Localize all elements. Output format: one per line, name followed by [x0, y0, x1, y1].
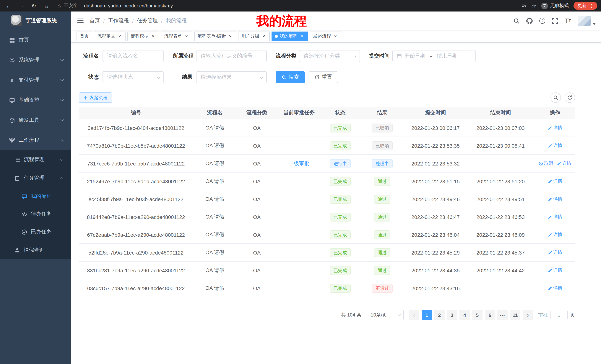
cell-status: 进行中 [321, 159, 360, 168]
action-detail[interactable]: 详情 [548, 285, 562, 291]
calendar-icon [397, 53, 402, 59]
tab-item-6[interactable]: 我的流程× [271, 31, 308, 41]
sidebar-item-leave-query[interactable]: 请假查询 [0, 241, 71, 259]
action-detail[interactable]: 详情 [548, 267, 562, 273]
sidebar-item-task-management[interactable]: 任务管理 [0, 169, 71, 187]
page-button-2[interactable]: 2 [434, 310, 445, 320]
page-button-6[interactable]: 6 [485, 310, 495, 320]
process-name-input[interactable]: 请输入流程名 [102, 50, 164, 62]
tab-close-icon[interactable]: × [184, 34, 189, 39]
cell-process-name: OA 请假 [193, 142, 237, 149]
action-detail[interactable]: 详情 [548, 178, 562, 184]
tab-close-icon[interactable]: × [228, 34, 233, 39]
tab-item-3[interactable]: 流程表单× [161, 31, 192, 41]
top-navbar: 首页 / 工作流程 / 任务管理 / 我的流程 ? TT [71, 11, 601, 30]
date-range-picker[interactable]: 开始日期 - 结束日期 [392, 50, 476, 62]
page-button-3[interactable]: 3 [447, 310, 457, 320]
action-detail[interactable]: 详情 [548, 249, 562, 256]
page-button-1[interactable]: 1 [421, 310, 432, 320]
sidebar-item-system[interactable]: 系统管理 [0, 50, 71, 70]
breadcrumb-item[interactable]: 工作流程 [108, 18, 129, 24]
action-detail[interactable]: 详情 [548, 125, 562, 131]
goto-page-input[interactable]: 1 [551, 310, 568, 320]
address-bar[interactable]: ⚠ 不安全 | dashboard.yudao.iocoder.cn/bpm/t… [57, 3, 173, 9]
table-toolbar: 发起流程 [79, 92, 575, 103]
breadcrumb-item[interactable]: 任务管理 [137, 18, 158, 24]
action-detail[interactable]: 详情 [557, 160, 571, 167]
search-button[interactable]: 搜索 [276, 71, 305, 83]
avatar[interactable] [578, 16, 591, 26]
tab-item-1[interactable]: 流程定义× [94, 31, 126, 41]
tab-close-icon[interactable]: × [261, 34, 266, 39]
search-icon[interactable] [513, 18, 520, 24]
browser-actions: ☆ 无痕模式 更新 ⋮ [521, 2, 601, 10]
cell-result: 已取消 [360, 141, 405, 150]
action-detail[interactable]: 详情 [548, 214, 562, 220]
start-date-placeholder: 开始日期 [404, 53, 425, 59]
sidebar-item-todo-tasks[interactable]: 待办任务 [0, 205, 71, 223]
reload-icon[interactable]: ↻ [30, 3, 37, 9]
result-tag: 不通过 [372, 284, 393, 293]
user-menu[interactable] [578, 16, 596, 26]
sidebar-item-infrastructure[interactable]: 基础设施 [0, 90, 71, 110]
sidebar-item-workflow[interactable]: 工作流程 [0, 130, 71, 150]
page-button-11[interactable]: 11 [510, 310, 521, 320]
browser-menu-icon[interactable]: ⋮ [589, 3, 594, 8]
sidebar-item-payment[interactable]: ¥ 支付管理 [0, 70, 71, 90]
prev-page-button[interactable]: ‹ [409, 310, 419, 320]
cell-result: 通过 [360, 266, 405, 275]
sidebar-item-devtools[interactable]: 研发工具 [0, 110, 71, 130]
tab-close-icon[interactable]: × [150, 34, 156, 39]
page-button-4[interactable]: 4 [460, 310, 470, 320]
page-button-5[interactable]: 5 [472, 310, 482, 320]
create-process-button[interactable]: 发起流程 [79, 92, 112, 103]
tab-close-icon[interactable]: × [117, 34, 122, 39]
help-icon[interactable]: ? [539, 18, 545, 24]
github-icon[interactable] [526, 18, 533, 24]
tab-item-7[interactable]: 发起流程× [310, 31, 341, 41]
next-page-button[interactable]: › [523, 310, 533, 320]
result-select[interactable]: 请选择流结果 [196, 71, 267, 83]
cell-status: 已完成 [321, 266, 360, 275]
sidebar-item-my-process[interactable]: 我的流程 [0, 187, 71, 205]
page-size-select[interactable]: 10条/页 [367, 310, 404, 320]
bookmark-star-icon[interactable]: ☆ [531, 3, 536, 9]
home-icon[interactable]: ⌂ [43, 3, 50, 9]
refresh-table-button[interactable] [565, 92, 575, 103]
list-icon [14, 157, 20, 163]
forward-icon[interactable]: → [18, 3, 25, 9]
hamburger-icon[interactable] [71, 18, 90, 24]
update-label: 更新 [578, 3, 587, 9]
reset-button[interactable]: 重置 [309, 71, 338, 83]
tab-close-icon[interactable]: × [333, 34, 338, 39]
back-icon[interactable]: ← [5, 3, 12, 9]
sidebar-item-home[interactable]: 首页 [0, 30, 71, 50]
action-cancel[interactable]: 取消 [539, 160, 553, 167]
tab-item-2[interactable]: 流程模型× [127, 31, 159, 41]
tab-label: 用户分组 [241, 33, 259, 39]
monitor-icon [9, 97, 15, 103]
tab-close-icon[interactable]: × [299, 34, 305, 39]
tab-item-5[interactable]: 用户分组× [238, 31, 270, 41]
edit-icon [548, 286, 552, 290]
action-detail[interactable]: 详情 [548, 196, 562, 202]
key-icon[interactable] [521, 3, 527, 9]
category-select[interactable]: 请选择流程分类 [299, 50, 360, 62]
pagination-more-button[interactable]: ••• [497, 310, 508, 320]
toggle-search-button[interactable] [551, 92, 561, 103]
current-task-link[interactable]: 一级审批 [289, 160, 310, 167]
action-detail[interactable]: 详情 [548, 231, 562, 238]
action-detail[interactable]: 详情 [548, 143, 562, 149]
sidebar-item-process-management[interactable]: 流程管理 [0, 150, 71, 169]
status-select[interactable]: 请选择状态 [102, 71, 164, 83]
sidebar-item-done-tasks[interactable]: 已办任务 [0, 223, 71, 241]
cell-end-time: 2022-01-23 00:08:41 [466, 143, 535, 149]
tab-item-4[interactable]: 流程表单-编辑× [194, 31, 236, 41]
breadcrumb-item[interactable]: 首页 [90, 18, 100, 24]
process-def-input[interactable]: 请输入流程定义的编号 [196, 50, 267, 62]
fullscreen-icon[interactable] [552, 18, 558, 24]
font-size-icon[interactable]: TT [565, 18, 571, 24]
filter-label: 提交时间 [369, 53, 389, 59]
tab-item-0[interactable]: 首页 [77, 31, 92, 41]
update-button[interactable]: 更新 ⋮ [573, 2, 597, 10]
